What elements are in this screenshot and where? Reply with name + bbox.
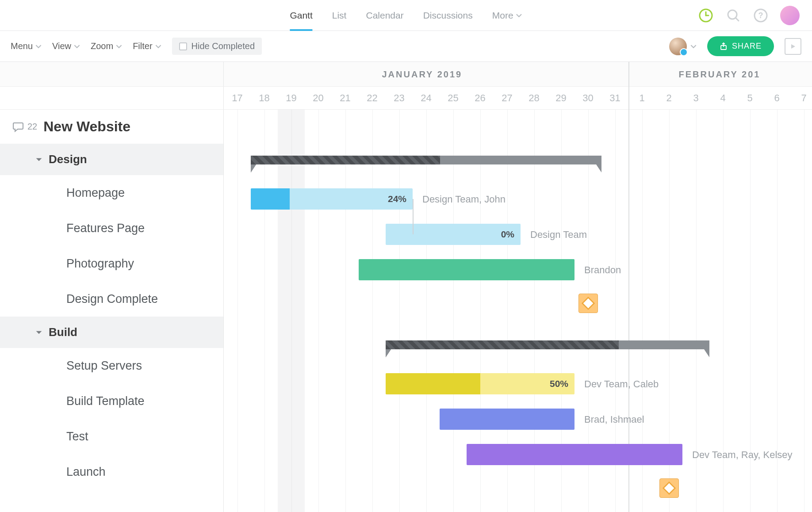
date-number: 7 (801, 92, 806, 104)
menu-label: Menu (11, 41, 33, 51)
comment-icon (12, 121, 24, 133)
summary-bar[interactable] (251, 156, 601, 164)
assignee-label: Brad, Ishmael (584, 414, 644, 425)
date-number: 31 (609, 92, 620, 104)
task-features-page[interactable]: Features Page (0, 210, 223, 246)
date-number: 1 (639, 92, 644, 104)
svg-text:?: ? (758, 11, 763, 20)
task-bar[interactable]: 0% (386, 224, 521, 245)
filter-dropdown[interactable]: Filter (133, 41, 161, 51)
share-button[interactable]: SHARE (707, 36, 774, 56)
date-number: 30 (582, 92, 593, 104)
date-number: 25 (448, 92, 458, 104)
assignee-label: Dev Team, Ray, Kelsey (692, 449, 793, 461)
share-icon (720, 42, 728, 50)
task-bar[interactable] (440, 409, 575, 430)
task-design-complete[interactable]: Design Complete (0, 281, 223, 317)
percent-label: 0% (501, 229, 514, 240)
group-label: Design (49, 153, 87, 166)
date-number: 27 (502, 92, 512, 104)
date-number: 4 (720, 92, 725, 104)
assignee-label: Brandon (584, 264, 621, 276)
task-build-template[interactable]: Build Template (0, 383, 223, 419)
task-bar[interactable] (359, 259, 575, 280)
percent-label: 24% (388, 194, 406, 204)
help-icon[interactable]: ? (753, 8, 769, 23)
date-number: 26 (475, 92, 485, 104)
date-number: 21 (340, 92, 350, 104)
chevron-down-icon (74, 43, 80, 50)
group-label: Build (49, 325, 77, 339)
milestone-marker[interactable] (578, 294, 598, 313)
tab-list[interactable]: List (332, 0, 347, 31)
play-icon (790, 43, 796, 50)
date-number: 19 (286, 92, 296, 104)
tab-more-label: More (492, 10, 513, 21)
task-launch[interactable]: Launch (0, 454, 223, 489)
summary-bar[interactable] (386, 340, 709, 349)
milestone-marker[interactable] (659, 478, 679, 498)
tab-more[interactable]: More (492, 0, 522, 31)
checkbox-icon (179, 42, 187, 50)
task-sidebar: 22 New Website Design Homepage Features … (0, 110, 224, 512)
date-number: 5 (747, 92, 752, 104)
task-photography[interactable]: Photography (0, 246, 223, 281)
month-label: JANUARY 2019 (382, 69, 463, 79)
project-title[interactable]: New Website (43, 118, 130, 135)
view-label: View (52, 41, 71, 51)
date-number: 18 (259, 92, 269, 104)
hide-completed-label: Hide Completed (192, 41, 255, 51)
toolbar: Menu View Zoom Filter Hide Completed SHA… (0, 31, 812, 62)
assignee-label: Design Team, John (422, 194, 506, 205)
menu-dropdown[interactable]: Menu (11, 41, 42, 51)
task-bar[interactable] (467, 444, 682, 465)
date-number: 20 (313, 92, 323, 104)
tab-calendar[interactable]: Calendar (366, 0, 403, 31)
chevron-down-icon (35, 43, 42, 50)
task-bar[interactable]: 24% (251, 188, 413, 210)
zoom-label: Zoom (91, 41, 113, 51)
hide-completed-toggle[interactable]: Hide Completed (172, 38, 262, 55)
comment-count: 22 (27, 122, 37, 132)
date-number: 6 (774, 92, 779, 104)
chevron-down-icon (116, 43, 122, 50)
date-number: 29 (555, 92, 566, 104)
group-build[interactable]: Build (0, 317, 223, 348)
task-setup-servers[interactable]: Setup Servers (0, 348, 223, 383)
date-number: 2 (666, 92, 671, 104)
tab-gantt[interactable]: Gantt (290, 0, 312, 31)
present-button[interactable] (785, 38, 801, 55)
caret-down-icon (35, 156, 42, 163)
month-label: FEBRUARY 201 (679, 69, 761, 79)
top-nav: Gantt List Calendar Discussions More ? (0, 0, 812, 31)
date-number: 23 (394, 92, 404, 104)
today-highlight (278, 110, 305, 512)
share-label: SHARE (732, 42, 762, 51)
date-number: 24 (421, 92, 431, 104)
comments-button[interactable]: 22 (12, 121, 37, 133)
tab-discussions[interactable]: Discussions (423, 0, 473, 31)
view-dropdown[interactable]: View (52, 41, 80, 51)
assignee-label: Dev Team, Caleb (584, 378, 659, 390)
group-design[interactable]: Design (0, 144, 223, 175)
task-homepage[interactable]: Homepage (0, 175, 223, 210)
svg-line-4 (736, 18, 739, 21)
zoom-dropdown[interactable]: Zoom (91, 41, 122, 51)
task-test[interactable]: Test (0, 419, 223, 454)
chevron-down-icon (155, 43, 161, 50)
chevron-down-icon (516, 12, 522, 19)
user-avatar[interactable] (780, 6, 800, 25)
search-icon[interactable] (725, 8, 741, 23)
activity-icon[interactable] (698, 8, 714, 23)
task-bar[interactable]: 50% (386, 373, 575, 394)
percent-label: 50% (550, 378, 568, 389)
date-number: 28 (529, 92, 539, 104)
gantt-chart[interactable]: 24%Design Team, John0%Design TeamBrandon… (224, 110, 812, 512)
caret-down-icon (35, 329, 42, 336)
chevron-down-icon (690, 43, 697, 50)
view-tabs: Gantt List Calendar Discussions More (290, 0, 522, 31)
collaborator-dropdown[interactable] (669, 38, 697, 55)
date-number: 22 (367, 92, 377, 104)
date-number: 3 (693, 92, 698, 104)
filter-label: Filter (133, 41, 152, 51)
